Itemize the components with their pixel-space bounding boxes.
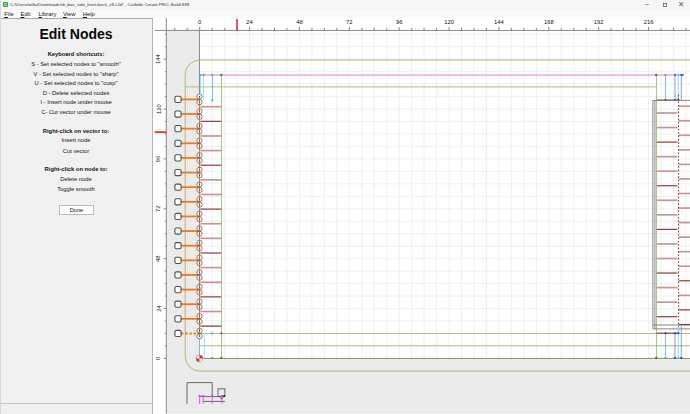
svg-text:96: 96 [156, 156, 162, 162]
svg-text:48: 48 [156, 256, 162, 262]
svg-text:48: 48 [296, 20, 302, 26]
svg-text:216: 216 [644, 20, 654, 26]
svg-text:144: 144 [494, 20, 504, 26]
svg-text:144: 144 [156, 54, 162, 64]
svg-text:0: 0 [198, 20, 201, 26]
svg-text:C: C [4, 2, 7, 7]
svg-text:72: 72 [346, 20, 352, 26]
svg-text:120: 120 [444, 20, 454, 26]
svg-text:120: 120 [156, 105, 162, 115]
svg-text:0: 0 [156, 357, 162, 360]
svg-text:24: 24 [246, 20, 253, 26]
svg-text:72: 72 [156, 206, 162, 212]
svg-text:192: 192 [594, 20, 604, 26]
svg-text:24: 24 [156, 305, 162, 312]
svg-text:96: 96 [396, 20, 402, 26]
svg-text:168: 168 [544, 20, 554, 26]
